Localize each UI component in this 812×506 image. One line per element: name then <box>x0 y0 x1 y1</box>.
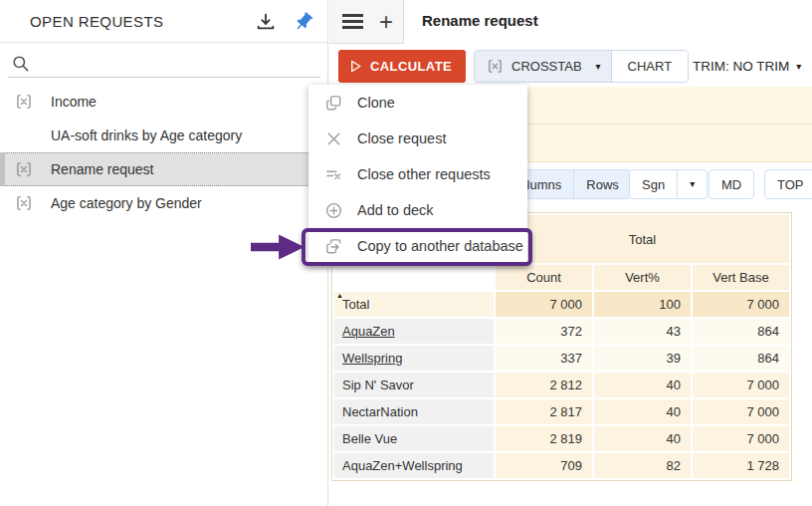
top-toggle: TOP <box>764 169 812 199</box>
sidebar-item-label: Rename request <box>51 161 154 177</box>
rows-button[interactable]: Rows <box>573 170 631 198</box>
crosstab-icon <box>487 58 504 75</box>
request-context-menu: Clone Close request Close other requests <box>308 85 527 264</box>
row-label-wellspring[interactable]: Wellspring <box>334 346 494 371</box>
copy-arrow-icon <box>324 237 343 256</box>
cell-value: 1 728 <box>693 453 789 478</box>
open-requests-list: Income UA-soft drinks by Age category Re… <box>0 85 328 220</box>
cell-value: 864 <box>693 319 789 344</box>
crosstab-view-button[interactable]: CROSSTAB <box>475 51 592 82</box>
cell-value: 7 000 <box>693 373 789 397</box>
chevron-down-icon: ▾ <box>690 179 695 189</box>
cell-value: 2 817 <box>496 399 592 424</box>
sidebar-item-label: Income <box>51 94 97 110</box>
menu-item-close-request[interactable]: Close request <box>308 121 527 156</box>
cell-value: 39 <box>594 346 691 371</box>
download-icon[interactable] <box>255 11 277 33</box>
row-label-nectarnation: NectarNation <box>334 399 494 424</box>
table-row: Belle Vue 2 819 40 7 000 <box>334 426 789 451</box>
row-label-aquazen[interactable]: AquaZen <box>334 319 494 344</box>
sidebar-item-label: UA-soft drinks by Age category <box>51 127 242 143</box>
cell-value: 100 <box>594 292 691 317</box>
total-column-group-header[interactable]: Total <box>496 215 789 263</box>
cell-value: 40 <box>594 373 691 397</box>
clone-icon <box>324 94 343 113</box>
sgn-dropdown-caret[interactable]: ▾ <box>677 170 707 198</box>
column-header-count[interactable]: Count <box>496 265 592 290</box>
pie-chart-icon <box>15 126 33 144</box>
md-toggle: MD <box>709 169 754 199</box>
cell-value: 2 819 <box>496 426 592 451</box>
menu-icon[interactable] <box>342 14 363 29</box>
sort-ascending-icon: ▲ <box>336 292 343 299</box>
table-row: Sip N' Savor 2 812 40 7 000 <box>334 373 789 397</box>
menu-item-close-other-requests[interactable]: Close other requests <box>308 156 527 192</box>
row-label-total: ▲ Total <box>334 292 494 317</box>
table-row: AquaZen 372 43 864 <box>334 319 789 344</box>
row-label-aquazen-wellspring: AquaZen+Wellspring <box>334 453 494 478</box>
app-window: OPEN REQUESTS <box>0 0 812 506</box>
table-row: NectarNation 2 817 40 7 000 <box>334 399 789 424</box>
column-header-vertbase[interactable]: Vert Base <box>693 265 789 290</box>
table-row: AquaZen+Wellspring 709 82 1 728 <box>334 453 789 478</box>
sidebar-item-label: Age category by Gender <box>51 195 202 211</box>
search-icon <box>11 54 30 73</box>
chevron-down-icon: ▾ <box>796 62 801 72</box>
cell-value: 43 <box>594 319 691 344</box>
panel-title: OPEN REQUESTS <box>30 13 163 30</box>
cell-value: 82 <box>594 453 691 478</box>
cell-value: 709 <box>496 453 592 478</box>
open-requests-header: OPEN REQUESTS <box>0 0 327 43</box>
sidebar-item-rename-request[interactable]: Rename request <box>0 152 328 186</box>
sgn-button[interactable]: Sgn <box>630 170 677 198</box>
trim-dropdown[interactable]: TRIM: NO TRIM ▾ <box>693 50 801 83</box>
menu-item-add-to-deck[interactable]: Add to deck <box>308 192 527 228</box>
view-switcher: CROSSTAB ▾ CHART <box>474 50 689 83</box>
cell-value: 7 000 <box>693 426 789 451</box>
add-tab-button[interactable]: + <box>373 8 399 36</box>
page-title: Rename request <box>422 12 538 29</box>
md-button[interactable]: MD <box>710 170 753 198</box>
column-header-vertpct[interactable]: Vert% <box>594 265 691 290</box>
request-search[interactable] <box>0 43 328 84</box>
add-circle-icon <box>324 201 343 220</box>
row-label-sip-n-savor: Sip N' Savor <box>334 373 494 397</box>
sidebar-item-income[interactable]: Income <box>0 85 328 119</box>
cell-value: 372 <box>496 319 592 344</box>
table-row: ▲ Total 7 000 100 7 000 <box>334 292 789 317</box>
pin-icon[interactable] <box>293 11 314 33</box>
crosstab-icon <box>15 194 33 212</box>
sidebar-item-ua-soft-drinks[interactable]: UA-soft drinks by Age category <box>0 119 328 152</box>
chart-view-button[interactable]: CHART <box>611 51 689 82</box>
crosstab-icon <box>15 93 33 111</box>
menu-item-copy-to-another-database[interactable]: Copy to another database <box>308 228 527 264</box>
search-underline <box>8 77 320 78</box>
calculate-button[interactable]: CALCULATE <box>338 50 466 83</box>
sidebar-item-age-by-gender[interactable]: Age category by Gender <box>0 186 328 220</box>
cell-value: 7 000 <box>693 399 789 424</box>
open-requests-panel: OPEN REQUESTS <box>0 0 328 506</box>
cell-value: 7 000 <box>496 292 592 317</box>
row-label-belle-vue: Belle Vue <box>334 426 494 451</box>
table-row: Wellspring 337 39 864 <box>334 346 789 371</box>
crosstab-icon <box>15 160 33 178</box>
cell-value: 40 <box>594 426 691 451</box>
menu-item-clone[interactable]: Clone <box>308 85 527 121</box>
tab-strip: + <box>329 0 404 44</box>
cell-value: 7 000 <box>693 292 789 317</box>
chevron-down-icon: ▾ <box>596 62 601 72</box>
cell-value: 864 <box>693 346 789 371</box>
close-other-icon <box>324 165 343 184</box>
top-button[interactable]: TOP <box>765 170 812 198</box>
crosstab-dropdown-caret[interactable]: ▾ <box>592 51 611 82</box>
cell-value: 2 812 <box>496 373 592 397</box>
cell-value: 40 <box>594 399 691 424</box>
cell-value: 337 <box>496 346 592 371</box>
sgn-split-button: Sgn ▾ <box>629 169 708 199</box>
play-icon <box>348 59 363 74</box>
close-icon <box>324 129 343 148</box>
